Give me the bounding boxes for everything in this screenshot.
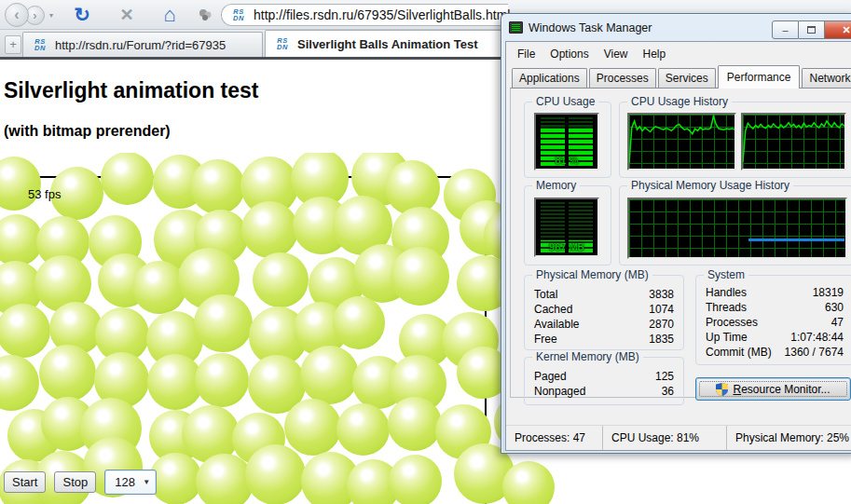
- stat-value: 36: [662, 384, 674, 399]
- tab-performance[interactable]: Performance: [718, 65, 801, 89]
- fps-label: 53 fps: [28, 187, 61, 201]
- cpu-history-graph-core2: [741, 113, 846, 170]
- ball-count-dropdown[interactable]: 128 ▼: [104, 470, 157, 495]
- stat-row: Handles18319: [706, 285, 844, 300]
- cpu-history-group: CPU Usage History: [619, 102, 851, 178]
- stat-label: Paged: [534, 369, 567, 384]
- tm-titlebar[interactable]: Windows Task Manager – ✕: [501, 14, 851, 41]
- maximize-button[interactable]: [799, 20, 825, 39]
- stat-label: Threads: [706, 300, 747, 315]
- stat-row: Cached1074: [534, 302, 674, 317]
- close-button[interactable]: ✕: [825, 20, 851, 39]
- tab-applications[interactable]: Applications: [512, 68, 587, 88]
- page-title: Silverlight animation test: [4, 78, 259, 103]
- page-subtitle: (with bitmap prerender): [4, 123, 171, 140]
- address-bar[interactable]: RS DN http://files.rsdn.ru/67935/Silverl…: [221, 4, 508, 26]
- stat-row: Processes47: [706, 315, 844, 330]
- ball: [190, 159, 246, 215]
- stat-row: Total3838: [534, 287, 674, 302]
- memory-value: 967 MB: [536, 241, 597, 252]
- stat-row: Paged125: [534, 369, 674, 384]
- ball-count-value: 128: [115, 475, 135, 489]
- memory-caption: Memory: [532, 179, 580, 192]
- task-manager-window: Windows Task Manager – ✕ File Options Vi…: [501, 13, 851, 454]
- ball: [39, 345, 96, 402]
- tab-processes[interactable]: Processes: [589, 68, 656, 88]
- back-icon[interactable]: ‹: [5, 3, 29, 27]
- tab-label: Silverlight Balls Animation Test: [297, 37, 478, 51]
- stat-value: 125: [655, 369, 674, 384]
- tm-tabstrip: Applications Processes Services Performa…: [506, 65, 851, 88]
- tab-silverlight-balls[interactable]: RS DN Silverlight Balls Animation Test: [265, 30, 522, 57]
- stat-label: Free: [534, 332, 557, 347]
- nav-buttons: ‹ › ▾: [5, 3, 64, 27]
- ball: [101, 153, 154, 205]
- ball: [388, 397, 442, 451]
- physical-memory-caption: Physical Memory (MB): [532, 268, 652, 281]
- tab-rsdn-forum[interactable]: RS DN http://rsdn.ru/Forum/?rid=67935: [22, 32, 263, 57]
- status-processes: Processes: 47: [506, 426, 603, 450]
- cpu-history-caption: CPU Usage History: [627, 95, 732, 108]
- tm-client-area: File Options View Help Applications Proc…: [505, 41, 851, 451]
- stat-row: Commit (MB)1360 / 7674: [706, 345, 844, 360]
- stat-label: Nonpaged: [534, 384, 585, 399]
- focus-ring: [699, 381, 847, 397]
- new-tab-button[interactable]: +: [5, 35, 21, 54]
- home-icon[interactable]: ⌂: [157, 2, 183, 28]
- stat-value: 1360 / 7674: [785, 345, 844, 360]
- tab-services[interactable]: Services: [658, 68, 716, 88]
- menu-view[interactable]: View: [597, 45, 636, 63]
- stat-label: Up Time: [706, 330, 748, 345]
- resource-monitor-button[interactable]: Resource Monitor...: [695, 377, 851, 401]
- rsdn-favicon: RS DN: [273, 37, 292, 50]
- stat-value: 1835: [649, 332, 674, 347]
- stat-label: Available: [534, 317, 579, 332]
- ball: [132, 261, 185, 314]
- menu-help[interactable]: Help: [636, 45, 674, 63]
- cpu-usage-group: CPU Usage 81 %: [524, 102, 611, 178]
- stat-value: 47: [831, 315, 844, 330]
- url-text[interactable]: http://files.rsdn.ru/67935/SilverlightBa…: [254, 7, 510, 22]
- ball: [502, 461, 555, 504]
- stat-row: Threads630: [706, 300, 844, 315]
- stat-value: 18319: [813, 285, 844, 300]
- ball: [195, 353, 250, 408]
- menu-options[interactable]: Options: [542, 45, 596, 63]
- tab-networking[interactable]: Networking: [802, 68, 851, 88]
- system-group: System Handles18319 Threads630 Processes…: [695, 275, 851, 365]
- stat-label: Commit (MB): [706, 345, 772, 360]
- stat-row: Up Time1:07:48:44: [706, 330, 844, 345]
- task-manager-icon: [509, 21, 523, 34]
- menu-file[interactable]: File: [510, 45, 542, 63]
- start-button[interactable]: Start: [4, 471, 46, 493]
- extensions-icon[interactable]: [192, 2, 218, 28]
- stat-value: 630: [825, 300, 844, 315]
- rsdn-favicon: RS DN: [229, 8, 248, 21]
- ball: [194, 294, 252, 352]
- refresh-icon[interactable]: ↻: [69, 2, 95, 28]
- ball: [241, 201, 299, 259]
- stop-load-icon[interactable]: ✕: [114, 2, 140, 28]
- favicon-text-bottom: DN: [273, 44, 292, 50]
- nav-history-caret-icon[interactable]: ▾: [49, 11, 53, 20]
- minimize-button[interactable]: –: [772, 20, 799, 39]
- favicon-text-bottom: DN: [31, 45, 49, 51]
- cpu-history-graph-core1: [627, 113, 736, 170]
- ball: [333, 296, 386, 349]
- ball: [300, 346, 360, 405]
- ball: [0, 157, 41, 211]
- stat-value: 3838: [649, 287, 674, 302]
- chevron-down-icon: ▼: [143, 478, 150, 486]
- ball: [253, 252, 309, 308]
- stop-button[interactable]: Stop: [54, 471, 96, 493]
- memory-group: Memory 967 MB: [524, 185, 611, 266]
- memory-history-line: [748, 238, 844, 241]
- memory-history-caption: Physical Memory Usage History: [627, 179, 793, 192]
- ball: [391, 247, 448, 305]
- ball: [0, 304, 50, 358]
- stat-value: 2870: [649, 317, 674, 332]
- status-cpu-usage: CPU Usage: 81%: [603, 426, 727, 450]
- favicon-text-bottom: DN: [229, 15, 248, 21]
- status-physical-memory: Physical Memory: 25%: [727, 426, 851, 450]
- ball: [245, 444, 306, 504]
